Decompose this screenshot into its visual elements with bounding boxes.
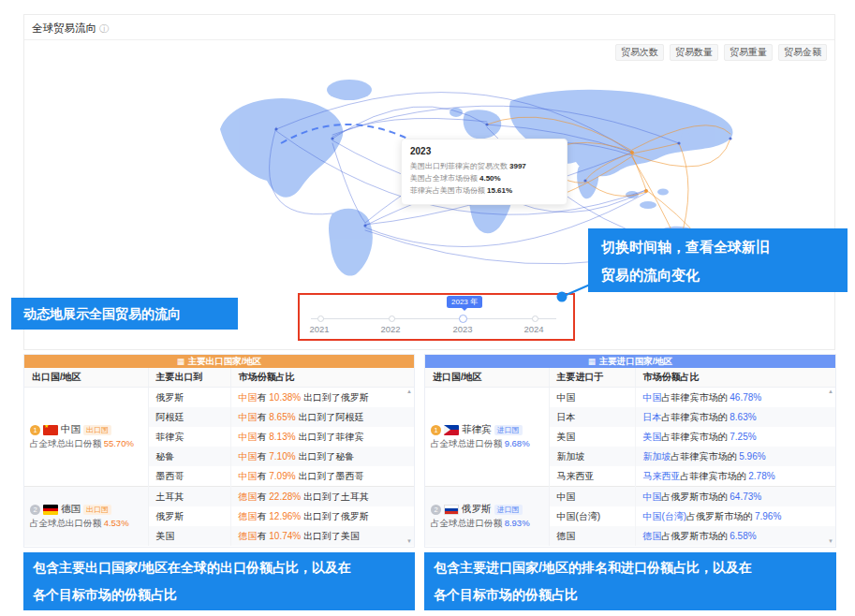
scroll-up-icon[interactable]: ▲ <box>828 389 833 394</box>
scroll-down-icon[interactable]: ▼ <box>406 538 412 544</box>
table-row[interactable]: 2俄罗斯进口国占全球总进口份额 8.93%中国中国占俄罗斯市场的 64.73% <box>425 487 835 507</box>
partner-cell: 德国 <box>549 526 635 546</box>
tab-trade-amount[interactable]: 贸易金额 <box>778 44 827 61</box>
actor-name: 中国 <box>239 471 258 481</box>
page: 全球贸易流向ⓘ 贸易次数 贸易数量 贸易重量 贸易金额 <box>0 0 855 616</box>
actor-name: 美国 <box>643 432 662 442</box>
actor-name: 德国 <box>239 491 258 502</box>
timeline-year-label[interactable]: 2024 <box>523 324 543 334</box>
table-row[interactable]: 1★中国出口国占全球总出口份额 55.70%俄罗斯中国有 10.38% 出口到了… <box>24 388 414 408</box>
column-header: 进口国/地区 <box>425 368 549 388</box>
share-percent: 10.38% <box>269 392 301 403</box>
timeline-tick[interactable] <box>389 315 395 322</box>
share-value: 4.53% <box>104 518 129 528</box>
info-icon[interactable]: ⓘ <box>99 23 109 34</box>
share-percent: 7.25% <box>730 432 756 442</box>
text-segment: 有 <box>258 511 270 521</box>
text-segment: 有 <box>258 392 270 403</box>
market-share-cell: 德国占俄罗斯市场的 6.58% <box>635 526 835 546</box>
table-icon: ▦ <box>588 357 596 366</box>
partner-cell: 俄罗斯 <box>148 388 230 408</box>
timeline-slider-handle[interactable] <box>459 315 467 323</box>
table-row[interactable]: 2德国出口国占全球总出口份额 4.53%土耳其德国有 22.28% 出口到了土耳… <box>24 487 414 507</box>
export-table-body: 出口国/地区主要出口到市场份额占比1★中国出口国占全球总出口份额 55.70%俄… <box>24 368 414 546</box>
table-icon: ▦ <box>177 357 184 366</box>
text-segment: 有 <box>258 531 270 541</box>
share-percent: 6.58% <box>730 531 756 541</box>
market-share-cell: 中国占菲律宾市场的 46.78% <box>635 388 835 408</box>
global-share-line: 占全球总出口份额 55.70% <box>30 438 148 450</box>
partner-cell: 俄罗斯 <box>148 506 230 526</box>
annotation-map-flow: 动态地展示全国贸易的流向 <box>11 298 238 330</box>
partner-cell: 秘鲁 <box>148 447 230 466</box>
column-header: 出口国/地区 <box>24 368 148 388</box>
tab-trade-weight[interactable]: 贸易重量 <box>724 44 773 61</box>
scroll-up-icon[interactable]: ▲ <box>406 389 412 394</box>
global-share-line: 占全球总出口份额 4.53% <box>30 518 148 530</box>
country-name: 德国 <box>61 503 81 516</box>
role-badge: 出口国 <box>83 425 111 435</box>
text-segment: 有 <box>258 471 270 481</box>
market-share-cell: 德国有 12.96% 出口到了俄罗斯 <box>230 506 414 526</box>
market-share-cell: 日本占菲律宾市场的 8.63% <box>635 407 835 427</box>
tab-trade-quantity[interactable]: 贸易数量 <box>670 44 718 61</box>
text-segment: 出口到了土耳其 <box>301 491 369 502</box>
table-row[interactable]: 1菲律宾进口国占全球总进口份额 9.68%中国中国占菲律宾市场的 46.78% <box>425 388 835 408</box>
annotation-export-table: 包含主要出口国家/地区在全球的出口份额占比，以及在 各个目标市场的份额占比 <box>23 552 415 610</box>
share-value: 8.93% <box>505 518 530 528</box>
text-segment: 出口到了俄罗斯 <box>301 392 369 403</box>
country-cell: 1菲律宾进口国占全球总进口份额 9.68% <box>425 388 549 487</box>
timeline-track[interactable] <box>311 318 556 319</box>
text-segment: 有 <box>258 432 270 442</box>
share-percent: 7.96% <box>755 511 781 521</box>
partner-cell: 新加坡 <box>549 447 635 466</box>
export-table-title: ▦主要出口国家/地区 <box>24 355 414 368</box>
tab-trade-count[interactable]: 贸易次数 <box>615 44 664 61</box>
partner-cell: 中国 <box>549 487 635 507</box>
share-percent: 8.13% <box>269 432 295 442</box>
market-share-cell: 中国有 10.38% 出口到了俄罗斯 <box>230 388 414 408</box>
export-table-card: ▦主要出口国家/地区 出口国/地区主要出口到市场份额占比1★中国出口国占全球总出… <box>23 354 415 548</box>
partner-cell: 中国 <box>549 388 635 408</box>
partner-cell: 马来西亚 <box>549 466 635 487</box>
timeline-handle-tooltip: 2023 年 <box>447 296 482 308</box>
map-tooltip: 2023 美国出口到菲律宾的贸易次数3997 美国占全球市场份额4.50% 菲律… <box>401 139 568 205</box>
timeline-tick[interactable] <box>317 315 324 322</box>
scroll-down-icon[interactable]: ▼ <box>828 538 833 544</box>
actor-name: 中国 <box>239 412 258 422</box>
actor-name: 德国 <box>643 531 662 541</box>
share-percent: 2.78% <box>748 471 774 481</box>
actor-name: 马来西亚 <box>643 471 681 481</box>
text-segment: 占菲律宾市场的 <box>681 471 749 481</box>
partner-cell: 阿根廷 <box>148 407 230 427</box>
annotation-timeline: 切换时间轴，查看全球新旧 贸易的流向变化 <box>588 228 848 292</box>
column-header: 市场份额占比 <box>635 368 835 388</box>
actor-name: 中国 <box>643 491 662 502</box>
page-title: 全球贸易流向ⓘ <box>32 22 109 36</box>
market-share-cell: 马来西亚占菲律宾市场的 2.78% <box>635 466 835 487</box>
share-percent: 7.09% <box>269 471 295 481</box>
market-share-cell: 新加坡占菲律宾市场的 5.96% <box>635 447 835 466</box>
market-share-cell: 德国有 22.28% 出口到了土耳其 <box>230 487 414 507</box>
actor-name: 新加坡 <box>643 451 671 462</box>
share-percent: 12.96% <box>269 511 301 521</box>
partner-cell: 美国 <box>148 526 230 546</box>
import-table-body: 进口国/地区主要进口于市场份额占比1菲律宾进口国占全球总进口份额 9.68%中国… <box>425 368 835 546</box>
text-segment: 占菲律宾市场的 <box>662 432 730 442</box>
tooltip-line: 美国出口到菲律宾的贸易次数3997 <box>410 160 558 172</box>
timeline-tick[interactable] <box>532 315 538 322</box>
actor-name: 中国 <box>239 392 258 403</box>
text-segment: 占俄罗斯市场的 <box>662 531 730 541</box>
market-share-cell: 中国有 7.10% 出口到了秘鲁 <box>230 447 414 466</box>
tooltip-line: 菲律宾占美国市场份额15.61% <box>410 184 558 197</box>
annotation-import-table: 包含主要进口国家/地区的排名和进口份额占比，以及在 各个目标市场的份额占比 <box>424 552 836 610</box>
text-segment: 出口到了俄罗斯 <box>301 511 369 521</box>
role-badge: 进口国 <box>494 425 523 435</box>
timeline-year-label[interactable]: 2023 <box>452 324 472 334</box>
timeline-year-label[interactable]: 2021 <box>309 324 329 334</box>
share-label: 占全球总出口份额 <box>30 518 104 528</box>
timeline-year-label[interactable]: 2022 <box>380 324 400 334</box>
column-header: 主要进口于 <box>549 368 635 388</box>
market-share-cell: 中国(台湾)占俄罗斯市场的 7.96% <box>635 506 835 526</box>
rank-2-medal-icon: 2 <box>431 505 441 515</box>
